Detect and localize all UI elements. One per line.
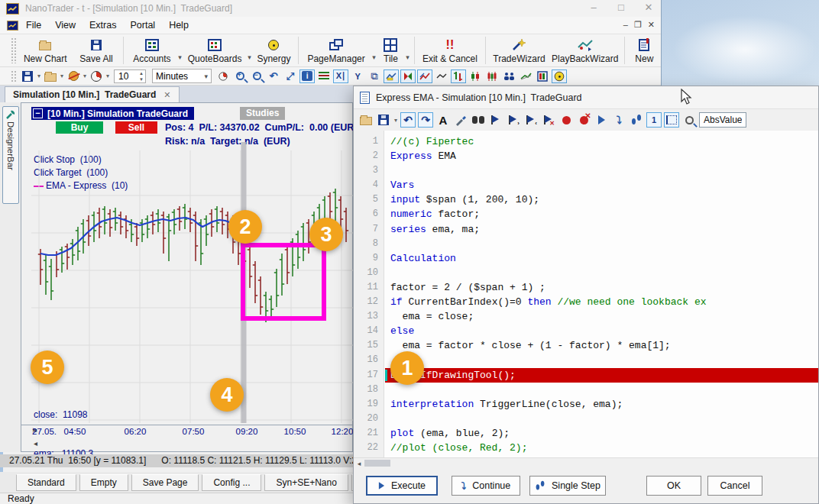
accounts-dropdown-icon[interactable]: ▾ [176, 53, 183, 61]
continue-button[interactable]: ⤵ Continue [452, 476, 520, 496]
trend-tool-icon[interactable] [518, 69, 533, 83]
format-brush-icon[interactable] [453, 112, 468, 128]
zoom-out-icon[interactable]: − [249, 69, 264, 83]
sentimentor-icon[interactable] [552, 69, 567, 83]
code-line-13[interactable]: 13 ema = close; [354, 309, 818, 324]
code-line-6[interactable]: 6numeric factor; [354, 207, 818, 221]
code-line-5[interactable]: 5input $span (1, 200, 10); [354, 192, 818, 207]
export-icon[interactable] [66, 69, 81, 83]
minimize-icon[interactable]: – [587, 2, 600, 13]
info-panel-icon[interactable]: i [299, 69, 315, 83]
open-dropdown-icon[interactable]: ▾ [60, 73, 64, 79]
page-tab-config[interactable]: Config ... [202, 474, 261, 491]
code-line-20[interactable]: 20 [354, 412, 818, 426]
code-line-8[interactable]: 8 [354, 237, 818, 251]
tab-simulation-tradeguard[interactable]: Simulation [10 Min.] TradeGuard ✕ [5, 86, 180, 102]
collapse-icon[interactable]: − [33, 108, 43, 118]
menu-help[interactable]: Help [162, 18, 196, 33]
x-axis-tool-icon[interactable]: X∣ [333, 69, 348, 83]
run-to-cursor-icon[interactable]: ⤵ [611, 112, 626, 128]
menu-view[interactable]: View [48, 18, 83, 33]
search-input[interactable] [699, 112, 746, 128]
save-all-button[interactable]: Save All [73, 34, 121, 66]
studies-button[interactable]: Studies [240, 107, 285, 120]
page-tab-standard[interactable]: Standard [16, 474, 76, 491]
code-line-14[interactable]: 14else [354, 324, 818, 338]
toggle-bookmark-icon[interactable] [488, 112, 503, 128]
candle-volume-icon[interactable] [484, 69, 500, 83]
sell-button[interactable]: Sell [115, 121, 157, 134]
code-line-4[interactable]: 4Vars [354, 178, 818, 192]
code-line-18[interactable]: 18 [354, 383, 818, 397]
pagemanager-dropdown-icon[interactable]: ▾ [371, 53, 377, 61]
mdi-restore-icon[interactable]: ❐ [634, 20, 642, 30]
playbackwizard-button[interactable]: PlayBackWizard [549, 34, 621, 66]
swap-window-icon[interactable]: ⧉ [367, 69, 382, 83]
tradewizard-button[interactable]: TradeWizard [489, 34, 549, 66]
synergy-button[interactable]: Synergy [253, 34, 295, 66]
indent-lines-icon[interactable] [316, 69, 332, 83]
breakpoint-icon[interactable] [558, 112, 574, 128]
redo-icon[interactable]: ↷ [418, 112, 433, 128]
exit-cancel-button[interactable]: !! Exit & Cancel [418, 34, 482, 66]
period-input[interactable]: 10 ▲▼ [114, 69, 146, 83]
close-icon[interactable]: ✕ [642, 2, 656, 13]
buy-button[interactable]: Buy [56, 121, 103, 134]
pagemanager-button[interactable]: PageManager [302, 34, 371, 66]
undo-icon[interactable]: ↶ [400, 112, 416, 128]
font-icon[interactable]: A [435, 112, 451, 128]
zoom-in-icon[interactable]: + [232, 69, 248, 83]
mdi-minimize-icon[interactable]: – [623, 20, 628, 30]
save-dropdown-icon[interactable]: ▾ [37, 73, 41, 79]
editor-hscrollbar[interactable]: ◂ [354, 457, 818, 468]
scrollbar-thumb[interactable] [364, 460, 390, 467]
timeframe-select[interactable]: Minutes ▾ [152, 69, 212, 83]
ruler-icon[interactable] [664, 112, 679, 128]
quoteboards-button[interactable]: QuoteBoards [183, 34, 247, 66]
spinner-arrows-icon[interactable]: ▲▼ [139, 70, 144, 82]
code-line-2[interactable]: 2Express EMA [354, 149, 818, 163]
open-script-icon[interactable] [358, 112, 374, 128]
line-numbers-icon[interactable]: 1 [646, 112, 662, 128]
code-line-7[interactable]: 7series ema, ma; [354, 222, 818, 237]
toolbar-grip[interactable] [11, 70, 16, 82]
code-editor[interactable]: 1//(c) Fipertec2Express EMA34Vars5input … [354, 131, 818, 457]
cross-tool-icon[interactable] [400, 69, 416, 83]
save-script-icon[interactable] [376, 112, 391, 128]
code-line-19[interactable]: 19interpretation TriggerLine(close, ema)… [354, 397, 818, 412]
menu-portal[interactable]: Portal [123, 18, 162, 33]
bar-chart-icon[interactable] [451, 69, 466, 83]
page-tab-save-page[interactable]: Save Page [131, 474, 199, 491]
clear-bookmarks-icon[interactable]: ✕ [541, 112, 556, 128]
new-chart-button[interactable]: New Chart [18, 34, 73, 66]
execute-button[interactable]: Execute [366, 476, 438, 496]
line-chart-icon[interactable] [384, 69, 399, 83]
toolbar-grip[interactable] [11, 37, 16, 63]
code-line-10[interactable]: 10 [354, 266, 818, 280]
maximize-icon[interactable]: □ [614, 2, 628, 13]
add-timeframe-icon[interactable] [215, 69, 231, 83]
run-icon[interactable] [594, 112, 609, 128]
code-line-9[interactable]: 9Calculation [354, 251, 818, 266]
cancel-button[interactable]: Cancel [707, 476, 762, 496]
menu-extras[interactable]: Extras [83, 18, 123, 33]
menu-file[interactable]: File [19, 18, 48, 33]
code-line-12[interactable]: 12if CurrentBarIndex()=0 then //we need … [354, 295, 818, 309]
clock-dropdown-icon[interactable]: ▾ [105, 73, 110, 79]
candle-chart-icon[interactable] [468, 69, 483, 83]
clear-breakpoints-icon[interactable]: ✕ [576, 112, 591, 128]
accounts-button[interactable]: Accounts [127, 34, 176, 66]
search-icon[interactable] [681, 112, 697, 128]
open-icon[interactable] [43, 69, 58, 83]
depth-panel-icon[interactable] [535, 69, 550, 83]
find-icon[interactable] [471, 112, 486, 128]
line-style-icon[interactable] [434, 69, 449, 83]
page-tab-syn-se-nano[interactable]: Syn+SE+Nano [264, 474, 348, 491]
undo-zoom-icon[interactable]: ↶ [266, 69, 281, 83]
code-line-11[interactable]: 11factor = 2 / ($span + 1) ; [354, 280, 818, 295]
designer-bar-tab[interactable]: DesignerBar [2, 106, 19, 204]
quoteboards-dropdown-icon[interactable]: ▾ [246, 53, 253, 61]
period-clock-icon[interactable] [89, 69, 104, 83]
fit-chart-icon[interactable]: ⤢ [283, 69, 298, 83]
page-tab-empty[interactable]: Empty [79, 474, 128, 491]
